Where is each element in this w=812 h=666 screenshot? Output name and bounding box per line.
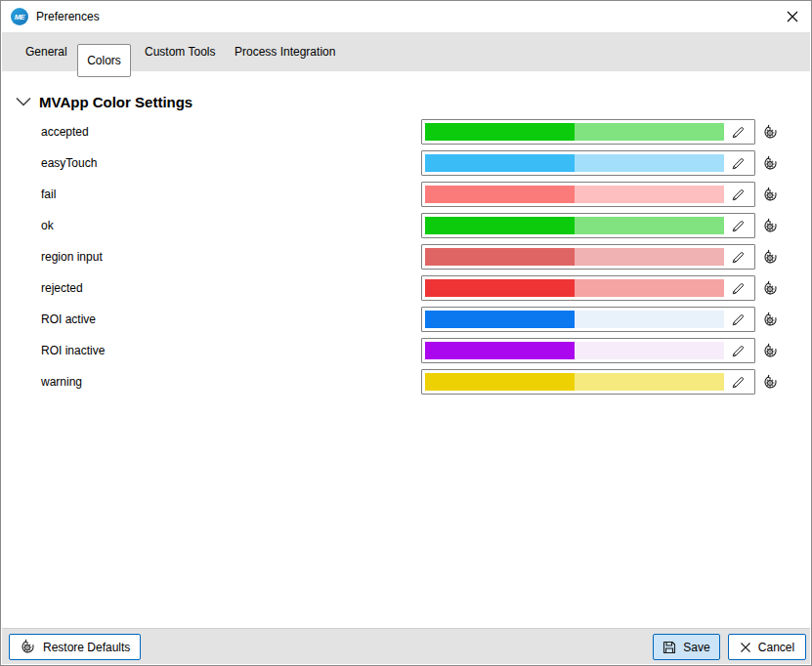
color-name-label: accepted [41, 125, 89, 139]
color-light-half [575, 311, 724, 328]
section-title: MVApp Color Settings [39, 94, 192, 110]
reset-color-button[interactable] [761, 311, 779, 328]
gear-restore-icon [762, 312, 779, 328]
reset-color-button[interactable] [761, 186, 779, 203]
reset-color-button[interactable] [761, 248, 779, 266]
pencil-icon [731, 281, 746, 296]
edit-color-button[interactable] [724, 279, 751, 297]
close-icon [787, 11, 798, 22]
color-solid-half [425, 311, 575, 328]
color-solid-half [425, 217, 575, 234]
chevron-down-icon[interactable] [16, 96, 33, 107]
edit-color-button[interactable] [724, 248, 751, 266]
save-button[interactable]: Save [653, 634, 720, 660]
color-bar [425, 342, 724, 359]
color-light-half [575, 342, 724, 359]
save-label: Save [683, 641, 709, 654]
restore-defaults-icon [20, 639, 36, 655]
color-bar [425, 279, 724, 297]
tab-general[interactable]: General [25, 32, 67, 71]
tab-process-integration[interactable]: Process Integration [235, 32, 335, 71]
color-bar [425, 123, 724, 141]
color-row: fail [2, 179, 810, 210]
color-row: accepted [2, 116, 810, 147]
edit-color-button[interactable] [724, 123, 751, 141]
color-solid-half [425, 154, 575, 172]
color-name-label: warning [41, 375, 82, 389]
window-title: Preferences [36, 10, 100, 23]
tab-custom-tools[interactable]: Custom Tools [145, 32, 215, 71]
reset-color-button[interactable] [761, 279, 779, 297]
color-light-half [575, 279, 724, 297]
edit-color-button[interactable] [724, 342, 751, 359]
color-bar [425, 373, 724, 391]
color-name-label: easyTouch [41, 156, 97, 170]
gear-restore-icon [762, 280, 779, 297]
restore-defaults-label: Restore Defaults [43, 641, 130, 654]
pencil-icon [731, 187, 746, 202]
reset-color-button[interactable] [761, 342, 779, 359]
pencil-icon [731, 312, 746, 327]
color-row: ROI active [2, 304, 810, 335]
gear-restore-icon [762, 249, 779, 266]
gear-restore-icon [762, 187, 779, 203]
cancel-button[interactable]: Cancel [728, 634, 806, 660]
color-row: ok [2, 210, 810, 241]
footer-bar: Restore Defaults Save Cancel [2, 628, 810, 664]
color-bar [425, 248, 724, 266]
color-swatch-field[interactable] [421, 150, 755, 176]
reset-color-button[interactable] [761, 154, 779, 172]
pencil-icon [731, 125, 746, 140]
color-row: rejected [2, 272, 810, 304]
color-row: region input [2, 241, 810, 272]
edit-color-button[interactable] [724, 186, 751, 203]
color-swatch-field[interactable] [421, 307, 755, 332]
app-logo-icon: ME [11, 8, 28, 25]
edit-color-button[interactable] [724, 373, 751, 391]
tab-colors[interactable]: Colors [77, 44, 131, 77]
pencil-icon [731, 156, 746, 171]
edit-color-button[interactable] [724, 217, 751, 234]
gear-restore-icon [762, 124, 779, 141]
color-name-label: fail [41, 187, 56, 201]
restore-defaults-button[interactable]: Restore Defaults [9, 634, 141, 660]
color-swatch-field[interactable] [421, 182, 755, 207]
reset-color-button[interactable] [761, 217, 779, 234]
gear-restore-icon [762, 343, 779, 359]
pencil-icon [731, 375, 746, 390]
colors-tab-panel: MVApp Color Settings accepted [2, 71, 810, 628]
preferences-window: ME Preferences General Colors Custom Too… [0, 0, 812, 666]
reset-color-button[interactable] [761, 123, 779, 141]
tab-bar: General Colors Custom Tools Process Inte… [2, 32, 810, 71]
color-row: easyTouch [2, 147, 810, 179]
edit-color-button[interactable] [724, 311, 751, 328]
close-button[interactable] [781, 6, 804, 27]
pencil-icon [731, 219, 746, 233]
cancel-label: Cancel [758, 641, 794, 654]
color-bar [425, 186, 724, 203]
color-swatch-field[interactable] [421, 369, 755, 395]
color-swatch-field[interactable] [421, 213, 755, 238]
color-swatch-field[interactable] [421, 119, 755, 145]
color-swatch-field[interactable] [421, 275, 755, 301]
section-header: MVApp Color Settings [2, 87, 192, 116]
color-light-half [575, 154, 724, 172]
color-name-label: ok [41, 219, 54, 232]
color-name-label: rejected [41, 281, 83, 295]
color-solid-half [425, 248, 575, 266]
gear-restore-icon [762, 374, 779, 391]
title-bar: ME Preferences [1, 1, 811, 32]
reset-color-button[interactable] [761, 373, 779, 391]
color-row: ROI inactive [2, 335, 810, 366]
color-swatch-field[interactable] [421, 244, 755, 270]
pencil-icon [731, 344, 746, 358]
gear-restore-icon [762, 218, 779, 234]
color-light-half [575, 248, 724, 266]
color-name-label: ROI active [41, 312, 96, 326]
color-light-half [575, 123, 724, 141]
color-name-label: region input [41, 250, 103, 264]
color-swatch-field[interactable] [421, 338, 755, 363]
edit-color-button[interactable] [724, 154, 751, 172]
color-bar [425, 217, 724, 234]
color-name-label: ROI inactive [41, 344, 105, 357]
